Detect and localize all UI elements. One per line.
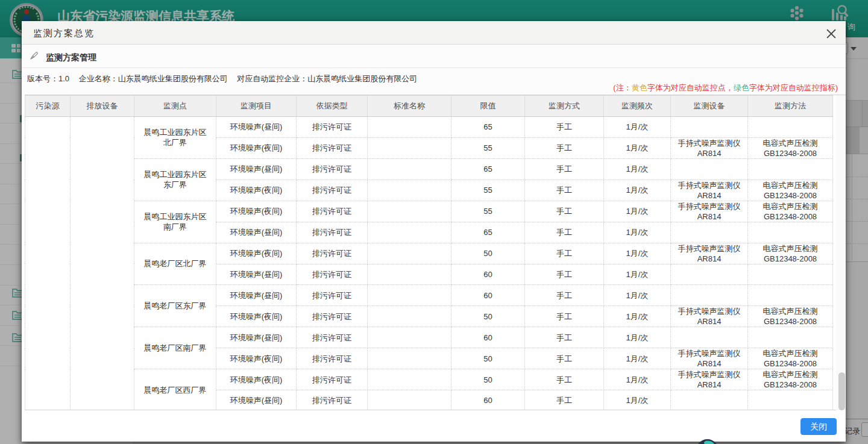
table-cell: 排污许可证 <box>297 222 368 243</box>
column-header: 监测方式 <box>525 96 604 117</box>
table-cell <box>368 327 451 348</box>
table-cell <box>748 117 833 138</box>
table-cell: 电容式声压检测 GB12348-2008 <box>748 243 833 264</box>
table-cell: 1月/次 <box>604 348 671 369</box>
table-cell <box>748 390 833 411</box>
table-cell: 环境噪声(昼间) <box>216 117 297 138</box>
table-cell <box>368 243 451 264</box>
monitoring-point-cell: 晨鸣老厂区东厂界 <box>134 285 216 327</box>
pen-icon <box>28 51 39 61</box>
table-cell <box>368 117 451 138</box>
table-cell: 排污许可证 <box>297 243 368 264</box>
table-cell <box>671 285 748 306</box>
table-cell: 手工 <box>525 327 604 348</box>
table-cell: 手工 <box>525 180 604 201</box>
table-cell: 环境噪声(昼间) <box>216 158 297 180</box>
monitoring-plan-modal: 监测方案总览 监测方案管理 版本号：1.0 企业名称：山东晨鸣纸业集团股份有限公… <box>22 21 846 442</box>
table-cell: 1月/次 <box>604 264 671 285</box>
table-cell <box>368 264 451 285</box>
table-cell: 60 <box>451 327 525 348</box>
table-cell: 排污许可证 <box>297 327 368 348</box>
table-cell: 65 <box>451 158 525 180</box>
modal-titlebar: 监测方案总览 <box>22 21 846 45</box>
table-cell: 排污许可证 <box>297 264 368 285</box>
note-segment: 字体为对应自动监控点， <box>647 83 734 92</box>
table-cell: 1月/次 <box>604 306 671 327</box>
table-cell: 手持式噪声监测仪 AR814 <box>671 243 748 264</box>
table-cell <box>368 137 451 158</box>
table-cell: 手持式噪声监测仪 AR814 <box>671 348 748 369</box>
table-cell: 1月/次 <box>604 243 671 264</box>
plan-table-container: 污染源排放设备监测点监测项目依据类型标准名称限值监测方式监测频次监测设备监测方法… <box>25 95 846 410</box>
table-cell <box>671 222 748 243</box>
table-cell: 手工 <box>525 306 604 327</box>
table-cell: 手工 <box>525 348 604 369</box>
modal-title: 监测方案总览 <box>33 28 95 39</box>
table-cell: 1月/次 <box>604 201 671 222</box>
table-cell <box>368 222 451 243</box>
table-cell: 1月/次 <box>604 117 671 138</box>
table-cell: 手工 <box>525 222 604 243</box>
table-cell: 1月/次 <box>604 158 671 180</box>
close-icon[interactable] <box>826 29 836 39</box>
table-cell: 60 <box>451 264 525 285</box>
table-cell: 1月/次 <box>604 369 671 390</box>
table-row: 晨鸣工业园东片区北厂界环境噪声(昼间)排污许可证65手工1月/次 <box>25 117 833 138</box>
table-cell: 手工 <box>525 201 604 222</box>
table-cell: 55 <box>451 180 525 201</box>
plan-table: 污染源排放设备监测点监测项目依据类型标准名称限值监测方式监测频次监测设备监测方法… <box>25 95 833 411</box>
table-cell <box>368 306 451 327</box>
table-cell <box>671 158 748 180</box>
table-cell: 排污许可证 <box>297 285 368 306</box>
table-cell: 手工 <box>525 137 604 158</box>
table-row: 晨鸣老厂区东厂界环境噪声(昼间)排污许可证60手工1月/次 <box>25 285 833 306</box>
table-cell: 排污许可证 <box>297 201 368 222</box>
table-cell: 1月/次 <box>604 137 671 158</box>
table-cell: 排污许可证 <box>297 348 368 369</box>
table-cell <box>368 158 451 180</box>
close-button[interactable]: 关闭 <box>800 418 837 435</box>
table-cell: 1月/次 <box>604 327 671 348</box>
table-row: 晨鸣老厂区南厂界环境噪声(昼间)排污许可证60手工1月/次 <box>25 327 833 348</box>
table-cell: 排污许可证 <box>297 369 368 390</box>
column-header: 污染源 <box>25 96 71 117</box>
table-cell <box>368 369 451 390</box>
table-cell: 50 <box>451 243 525 264</box>
table-cell <box>368 390 451 411</box>
column-header: 标准名称 <box>368 96 451 117</box>
note-segment: 绿色 <box>734 83 749 92</box>
table-cell: 环境噪声(昼间) <box>216 327 297 348</box>
table-cell: 手工 <box>525 390 604 411</box>
table-cell <box>748 285 833 306</box>
table-cell <box>671 117 748 138</box>
column-header: 监测频次 <box>604 96 671 117</box>
modal-footer: 关闭 <box>22 410 846 442</box>
note-segment: (注： <box>613 83 631 92</box>
table-cell <box>71 117 134 411</box>
table-cell: 电容式声压检测 GB12348-2008 <box>748 180 833 201</box>
table-cell: 65 <box>451 222 525 243</box>
table-cell: 50 <box>451 348 525 369</box>
table-cell: 手工 <box>525 264 604 285</box>
table-cell: 65 <box>451 117 525 138</box>
table-cell: 手工 <box>525 243 604 264</box>
table-cell: 环境噪声(夜间) <box>216 348 297 369</box>
modal-info-bar: 版本号：1.0 企业名称：山东晨鸣纸业集团股份有限公司 对应自动监控企业：山东晨… <box>22 68 846 95</box>
column-header: 限值 <box>451 96 525 117</box>
table-cell <box>368 180 451 201</box>
table-cell: 电容式声压检测 GB12348-2008 <box>748 348 833 369</box>
monitoring-point-cell: 晨鸣工业园东片区南厂界 <box>134 201 216 243</box>
monitoring-point-cell: 晨鸣工业园东片区北厂界 <box>134 117 216 159</box>
table-cell: 手持式噪声监测仪 AR814 <box>671 369 748 390</box>
table-cell: 环境噪声(夜间) <box>216 243 297 264</box>
column-header: 监测方法 <box>748 96 833 117</box>
table-row: 晨鸣老厂区西厂界环境噪声(夜间)排污许可证50手工1月/次手持式噪声监测仪 AR… <box>25 369 833 390</box>
table-cell <box>25 117 71 411</box>
note-segment: 字体为对应自动监控指标) <box>749 83 838 92</box>
table-cell <box>368 285 451 306</box>
table-row: 晨鸣工业园东片区南厂界环境噪声(夜间)排污许可证55手工1月/次手持式噪声监测仪… <box>25 201 833 222</box>
table-cell: 60 <box>451 390 525 411</box>
table-cell: 环境噪声(昼间) <box>216 285 297 306</box>
table-scrollbar-thumb[interactable] <box>838 372 845 410</box>
table-cell: 环境噪声(夜间) <box>216 201 297 222</box>
